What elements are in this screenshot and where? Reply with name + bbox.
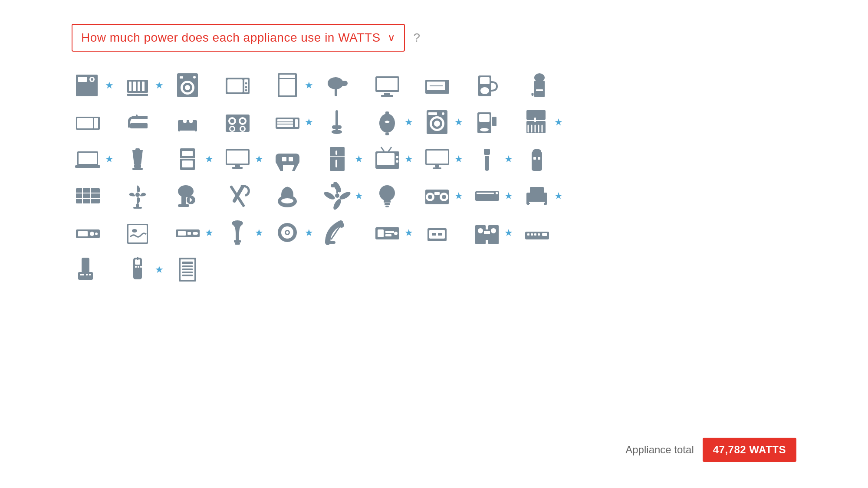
- svg-rect-9: [127, 94, 148, 96]
- appliance-toaster[interactable]: [171, 106, 215, 138]
- svg-rect-101: [235, 165, 240, 167]
- appliance-alarm-clock[interactable]: [421, 216, 464, 249]
- appliance-tv[interactable]: [371, 69, 414, 102]
- appliance-aquarium[interactable]: [122, 216, 165, 249]
- svg-point-147: [323, 190, 336, 201]
- appliance-tv-crt[interactable]: ★: [371, 143, 414, 175]
- appliance-vacuum[interactable]: [321, 106, 365, 138]
- appliance-air-conditioner[interactable]: ★: [271, 106, 315, 138]
- appliance-dvr[interactable]: ★: [371, 216, 414, 249]
- svg-point-38: [480, 87, 489, 94]
- appliance-curling-iron[interactable]: [221, 180, 265, 212]
- appliance-light-bulb[interactable]: [371, 180, 414, 212]
- appliances-grid: ★ ★: [0, 65, 868, 290]
- appliance-blu-ray[interactable]: ★: [271, 216, 315, 249]
- appliance-game-console[interactable]: [271, 143, 315, 175]
- star-icon: ★: [404, 227, 413, 239]
- svg-rect-102: [232, 167, 243, 169]
- svg-rect-225: [182, 269, 193, 270]
- appliance-refrigerator[interactable]: ★: [321, 143, 365, 175]
- svg-rect-227: [182, 275, 193, 276]
- appliance-satellite-dish[interactable]: [321, 216, 365, 249]
- svg-rect-37: [480, 77, 490, 84]
- appliance-solar-panel[interactable]: [72, 180, 115, 212]
- svg-rect-123: [533, 149, 541, 154]
- help-icon[interactable]: ?: [414, 31, 421, 45]
- appliance-cfl-bulb[interactable]: ★: [221, 216, 265, 249]
- svg-point-66: [332, 130, 342, 134]
- cfl-bulb-icon: [221, 216, 254, 249]
- toaster-oven-icon: [421, 69, 454, 102]
- svg-rect-91: [75, 165, 100, 168]
- header: How much power does each appliance use i…: [0, 0, 868, 65]
- appliance-fan[interactable]: [122, 180, 165, 212]
- appliance-stereo[interactable]: ★: [421, 180, 464, 212]
- svg-rect-70: [385, 133, 389, 135]
- appliance-blender[interactable]: [122, 143, 165, 175]
- appliance-ceiling-fan[interactable]: ★: [321, 180, 365, 212]
- appliance-cordless-phone[interactable]: ★: [122, 253, 165, 286]
- air-conditioner-icon: [271, 106, 304, 138]
- appliance-iron[interactable]: [122, 106, 165, 138]
- svg-rect-206: [531, 233, 533, 236]
- appliance-humidifier[interactable]: [271, 180, 315, 212]
- svg-rect-152: [385, 203, 390, 205]
- washing-machine-2-icon: [421, 106, 454, 138]
- appliance-stand-mixer[interactable]: [171, 180, 215, 212]
- appliance-cooktop[interactable]: [221, 106, 265, 138]
- svg-point-57: [230, 127, 234, 131]
- svg-rect-214: [89, 274, 91, 275]
- svg-rect-136: [178, 204, 189, 207]
- water-dispenser-icon: [521, 69, 553, 102]
- svg-point-171: [90, 232, 94, 236]
- appliance-water-dispenser[interactable]: [521, 69, 564, 102]
- appliance-electric-razor[interactable]: [521, 143, 564, 175]
- svg-point-13: [185, 85, 190, 90]
- appliance-scanner[interactable]: ★: [471, 180, 514, 212]
- stereo-icon: [421, 180, 454, 212]
- dropdown[interactable]: How much power does each appliance use i…: [72, 24, 405, 52]
- blender-icon: [122, 143, 154, 175]
- tv-crt-icon: [371, 143, 404, 175]
- appliance-countertop-microwave[interactable]: [72, 106, 115, 138]
- appliance-space-heater[interactable]: ★: [122, 69, 165, 102]
- satellite-dish-icon: [321, 216, 354, 249]
- star-icon: ★: [355, 190, 363, 202]
- appliance-freezer[interactable]: ★: [171, 143, 215, 175]
- svg-point-148: [332, 198, 342, 210]
- appliance-dvd-player[interactable]: ★: [171, 216, 215, 249]
- svg-rect-186: [327, 241, 335, 244]
- appliance-monitor[interactable]: ★: [421, 143, 464, 175]
- appliance-laptop[interactable]: ★: [72, 143, 115, 175]
- svg-rect-179: [193, 232, 198, 235]
- appliance-cable-box[interactable]: [72, 216, 115, 249]
- appliance-paper-shredder[interactable]: ★: [521, 106, 564, 138]
- appliance-coffee-maker[interactable]: [471, 69, 514, 102]
- svg-rect-90: [79, 153, 97, 164]
- appliance-microwave[interactable]: [221, 69, 265, 102]
- appliance-washing-machine-2[interactable]: ★: [421, 106, 464, 138]
- svg-rect-40: [534, 81, 545, 97]
- svg-rect-219: [140, 266, 142, 268]
- appliance-electric-panel[interactable]: [171, 253, 215, 286]
- appliance-espresso[interactable]: [471, 106, 514, 138]
- svg-rect-208: [538, 233, 540, 236]
- star-icon: ★: [105, 154, 114, 165]
- appliance-printer[interactable]: ★: [521, 180, 564, 212]
- appliance-toaster-oven[interactable]: [421, 69, 464, 102]
- appliance-hair-dryer[interactable]: [321, 69, 365, 102]
- appliance-phone-base[interactable]: [72, 253, 115, 286]
- chevron-down-icon: ∨: [388, 32, 395, 44]
- svg-rect-210: [82, 258, 89, 273]
- svg-rect-223: [182, 262, 193, 264]
- svg-rect-83: [534, 118, 536, 122]
- appliance-dishwasher[interactable]: ★: [271, 69, 315, 102]
- appliance-water-heater[interactable]: ★: [371, 106, 414, 138]
- coffee-maker-icon: [471, 69, 503, 102]
- appliance-home-theater[interactable]: ★: [471, 216, 514, 249]
- appliance-electric-toothbrush[interactable]: ★: [471, 143, 514, 175]
- appliance-router[interactable]: [521, 216, 564, 249]
- appliance-tv-lcd[interactable]: ★: [221, 143, 265, 175]
- appliance-range-oven[interactable]: ★: [72, 69, 115, 102]
- appliance-washing-machine[interactable]: [171, 69, 215, 102]
